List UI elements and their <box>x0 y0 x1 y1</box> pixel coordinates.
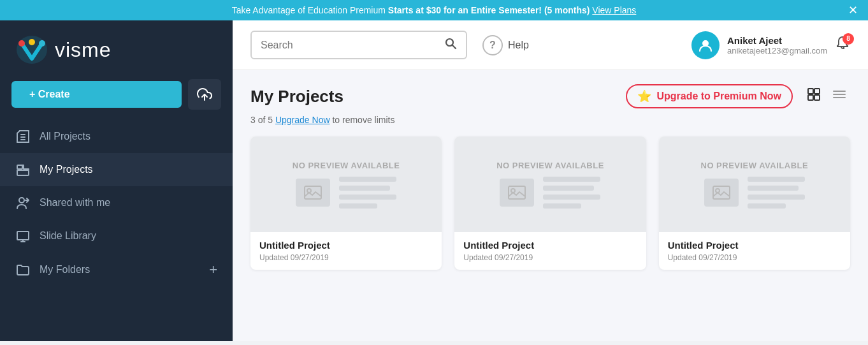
notification-button[interactable]: 8 <box>835 36 850 55</box>
projects-count: 3 of 5 Upgrade Now to remove limits <box>250 115 850 125</box>
no-preview-label: NO PREVIEW AVAILABLE <box>293 161 400 170</box>
logo-text: visme <box>55 38 112 62</box>
image-placeholder-icon <box>704 179 739 207</box>
svg-point-3 <box>39 40 45 47</box>
projects-grid: NO PREVIEW AVAILABLE <box>250 136 850 270</box>
project-info: Untitled Project Updated 09/27/2019 <box>250 232 442 270</box>
project-thumbnail: NO PREVIEW AVAILABLE <box>454 136 646 232</box>
sidebar-item-all-projects[interactable]: All Projects <box>0 120 233 153</box>
list-view-button[interactable] <box>828 85 850 108</box>
upgrade-premium-button[interactable]: ⭐ Upgrade to Premium Now <box>626 84 793 108</box>
user-info: Aniket Ajeet aniketajeet123@gmail.com <box>727 35 827 55</box>
svg-rect-31 <box>713 186 730 199</box>
project-date: Updated 09/27/2019 <box>668 253 841 262</box>
project-date: Updated 09/27/2019 <box>259 253 433 262</box>
search-box <box>250 31 467 59</box>
sidebar-item-my-projects[interactable]: My Projects <box>0 153 233 186</box>
my-folders-row: My Folders + <box>40 261 217 278</box>
avatar <box>691 31 720 59</box>
table-row[interactable]: NO PREVIEW AVAILABLE <box>659 136 850 270</box>
no-preview-label: NO PREVIEW AVAILABLE <box>496 161 604 170</box>
upload-icon <box>197 87 212 102</box>
banner-close-button[interactable]: ✕ <box>848 3 858 17</box>
projects-header-right: ⭐ Upgrade to Premium Now <box>626 84 850 108</box>
sidebar: visme + Create <box>0 20 233 341</box>
search-icon <box>444 37 457 50</box>
sidebar-item-my-folders-label: My Folders <box>40 264 90 275</box>
help-button[interactable]: ? Help <box>482 35 529 55</box>
svg-rect-29 <box>509 186 525 199</box>
upload-button[interactable] <box>188 79 221 110</box>
sidebar-item-my-projects-label: My Projects <box>40 164 93 175</box>
grid-icon <box>15 129 31 144</box>
limit-text: to remove limits <box>330 115 395 125</box>
sidebar-item-shared-with-me[interactable]: Shared with me <box>0 186 233 219</box>
banner-link[interactable]: View Plans <box>592 5 636 15</box>
svg-rect-27 <box>305 186 321 199</box>
sidebar-item-slide-library[interactable]: Slide Library <box>0 219 233 253</box>
project-name: Untitled Project <box>668 240 841 251</box>
thumbnail-mockup <box>296 177 396 209</box>
my-projects-icon <box>15 162 31 177</box>
thumbnail-mockup <box>704 177 805 209</box>
folder2-icon <box>15 262 31 277</box>
list-view-icon <box>832 87 846 101</box>
upgrade-label: Upgrade to Premium Now <box>656 91 781 102</box>
projects-area: My Projects ⭐ Upgrade to Premium Now <box>233 70 868 341</box>
notification-badge: 8 <box>843 33 854 45</box>
svg-point-1 <box>29 39 35 45</box>
projects-header: My Projects ⭐ Upgrade to Premium Now <box>250 84 850 108</box>
page-title: My Projects <box>250 87 344 106</box>
project-name: Untitled Project <box>463 240 637 251</box>
user-email: aniketajeet123@gmail.com <box>727 46 827 55</box>
count-value: 3 of 5 <box>250 115 273 125</box>
project-thumbnail: NO PREVIEW AVAILABLE <box>250 136 442 232</box>
banner-text-normal: Take Advantage of Education Premium <box>232 5 388 15</box>
table-row[interactable]: NO PREVIEW AVAILABLE <box>454 136 646 270</box>
svg-rect-14 <box>17 231 29 240</box>
image-placeholder-icon <box>500 179 534 207</box>
svg-rect-11 <box>17 170 29 175</box>
main-content: ? Help Aniket Ajeet aniketajeet123@gmail… <box>233 20 868 341</box>
add-folder-button[interactable]: + <box>209 261 217 278</box>
image-placeholder-icon <box>296 179 330 207</box>
upgrade-link[interactable]: Upgrade Now <box>275 115 330 125</box>
help-label: Help <box>508 40 529 51</box>
svg-point-2 <box>18 40 25 47</box>
slides-icon <box>15 228 31 244</box>
grid-view-icon <box>807 87 821 101</box>
banner-text-bold: Starts at $30 for an Entire Semester! (5… <box>388 5 590 15</box>
top-banner: Take Advantage of Education Premium Star… <box>0 0 868 20</box>
sidebar-logo: visme <box>0 20 233 79</box>
shared-icon <box>15 195 31 210</box>
create-button[interactable]: + Create <box>11 81 182 108</box>
search-button[interactable] <box>444 37 457 53</box>
svg-rect-10 <box>17 165 22 169</box>
thumbnail-mockup <box>500 177 600 209</box>
sidebar-item-all-projects-label: All Projects <box>40 131 90 142</box>
project-thumbnail: NO PREVIEW AVAILABLE <box>659 136 850 232</box>
svg-rect-22 <box>808 95 813 100</box>
star-icon: ⭐ <box>637 89 651 103</box>
svg-rect-21 <box>814 89 820 94</box>
svg-rect-23 <box>814 95 820 100</box>
user-section: Aniket Ajeet aniketajeet123@gmail.com 8 <box>691 31 850 59</box>
sidebar-item-my-folders[interactable]: My Folders + <box>0 253 233 287</box>
header: ? Help Aniket Ajeet aniketajeet123@gmail… <box>233 20 868 70</box>
svg-point-13 <box>19 198 24 203</box>
project-name: Untitled Project <box>259 240 433 251</box>
view-toggle <box>803 85 850 108</box>
table-row[interactable]: NO PREVIEW AVAILABLE <box>250 136 442 270</box>
visme-logo-icon <box>15 34 48 65</box>
sidebar-nav: All Projects My Projects <box>0 120 233 287</box>
search-input[interactable] <box>261 40 438 51</box>
svg-line-18 <box>452 45 456 48</box>
user-name: Aniket Ajeet <box>727 35 827 46</box>
user-avatar-icon <box>697 37 714 54</box>
project-info: Untitled Project Updated 09/27/2019 <box>454 232 646 270</box>
project-info: Untitled Project Updated 09/27/2019 <box>659 232 850 270</box>
grid-view-button[interactable] <box>803 85 825 108</box>
svg-rect-20 <box>808 89 813 94</box>
sidebar-item-slide-library-label: Slide Library <box>40 230 96 242</box>
help-icon: ? <box>482 35 503 55</box>
